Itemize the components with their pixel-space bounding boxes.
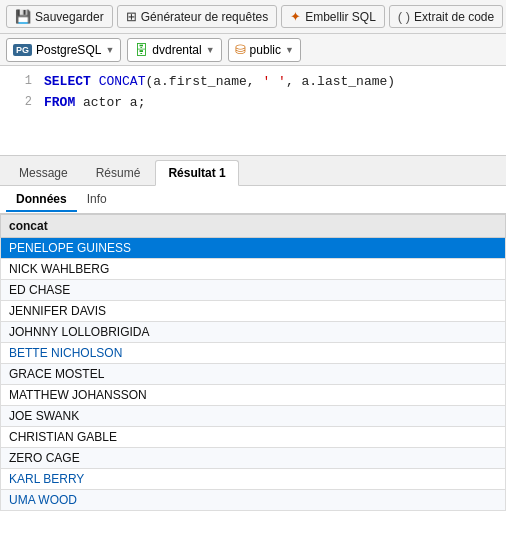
table-row[interactable]: JENNIFER DAVIS (1, 301, 506, 322)
table-header-row: concat (1, 215, 506, 238)
col-header-concat: concat (1, 215, 506, 238)
table-row[interactable]: KARL BERRY (1, 469, 506, 490)
editor-area[interactable]: 1 SELECT CONCAT(a.first_name, ' ', a.las… (0, 66, 506, 156)
query-generator-button[interactable]: ⊞ Générateur de requêtes (117, 5, 277, 28)
table-row[interactable]: ZERO CAGE (1, 448, 506, 469)
db-type-chevron: ▼ (105, 45, 114, 55)
table-row[interactable]: BETTE NICHOLSON (1, 343, 506, 364)
extract-icon: ( ) (398, 9, 410, 24)
code-line-1: 1 SELECT CONCAT(a.first_name, ' ', a.las… (0, 72, 506, 93)
db-type-value: PostgreSQL (36, 43, 101, 57)
table-row[interactable]: JOE SWANK (1, 406, 506, 427)
beautify-icon: ✦ (290, 9, 301, 24)
dropdowns-row: PG PostgreSQL ▼ 🗄 dvdrental ▼ ⛁ public ▼ (0, 34, 506, 66)
sub-tab-info-label: Info (87, 192, 107, 206)
beautify-button[interactable]: ✦ Embellir SQL (281, 5, 385, 28)
line-num-2: 2 (8, 93, 32, 112)
toolbar: 💾 Sauvegarder ⊞ Générateur de requêtes ✦… (0, 0, 506, 34)
sub-tabs-row: Données Info (0, 186, 506, 214)
table-row[interactable]: ED CHASE (1, 280, 506, 301)
beautify-label: Embellir SQL (305, 10, 376, 24)
results-table: concat PENELOPE GUINESSNICK WAHLBERGED C… (0, 214, 506, 511)
save-button[interactable]: 💾 Sauvegarder (6, 5, 113, 28)
results-area[interactable]: concat PENELOPE GUINESSNICK WAHLBERGED C… (0, 214, 506, 548)
tabs-row: Message Résumé Résultat 1 (0, 156, 506, 186)
database-dropdown[interactable]: 🗄 dvdrental ▼ (127, 38, 221, 62)
generator-label: Générateur de requêtes (141, 10, 268, 24)
sub-tab-info[interactable]: Info (77, 188, 117, 212)
schema-value: public (250, 43, 281, 57)
tab-resume[interactable]: Résumé (83, 160, 154, 185)
tab-message-label: Message (19, 166, 68, 180)
code-content-2: FROM actor a; (44, 93, 145, 114)
tab-message[interactable]: Message (6, 160, 81, 185)
db-type-dropdown[interactable]: PG PostgreSQL ▼ (6, 38, 121, 62)
extract-button[interactable]: ( ) Extrait de code (389, 5, 503, 28)
table-row[interactable]: JOHNNY LOLLOBRIGIDA (1, 322, 506, 343)
tab-result1-label: Résultat 1 (168, 166, 225, 180)
generator-icon: ⊞ (126, 9, 137, 24)
database-icon: 🗄 (134, 42, 148, 58)
table-row[interactable]: UMA WOOD (1, 490, 506, 511)
table-row[interactable]: NICK WAHLBERG (1, 259, 506, 280)
schema-icon: ⛁ (235, 42, 246, 57)
table-row[interactable]: GRACE MOSTEL (1, 364, 506, 385)
sub-tab-donnees[interactable]: Données (6, 188, 77, 212)
database-value: dvdrental (152, 43, 201, 57)
line-num-1: 1 (8, 72, 32, 91)
tab-resume-label: Résumé (96, 166, 141, 180)
database-chevron: ▼ (206, 45, 215, 55)
tab-result1[interactable]: Résultat 1 (155, 160, 238, 186)
table-row[interactable]: PENELOPE GUINESS (1, 238, 506, 259)
table-row[interactable]: MATTHEW JOHANSSON (1, 385, 506, 406)
schema-chevron: ▼ (285, 45, 294, 55)
table-row[interactable]: CHRISTIAN GABLE (1, 427, 506, 448)
schema-dropdown[interactable]: ⛁ public ▼ (228, 38, 301, 62)
extract-label: Extrait de code (414, 10, 494, 24)
code-content-1: SELECT CONCAT(a.first_name, ' ', a.last_… (44, 72, 395, 93)
save-label: Sauvegarder (35, 10, 104, 24)
code-line-2: 2 FROM actor a; (0, 93, 506, 114)
sub-tab-donnees-label: Données (16, 192, 67, 206)
pg-icon: PG (13, 44, 32, 56)
save-icon: 💾 (15, 9, 31, 24)
